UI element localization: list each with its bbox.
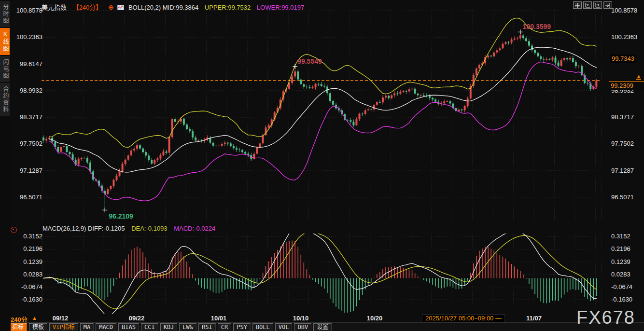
axis-fit-left-icon[interactable] xyxy=(583,1,592,9)
macd-axis-label-left: 0.1239 xyxy=(13,258,42,265)
toolbar-button[interactable]: CR xyxy=(218,323,231,331)
price-axis-label-left: 100.8578 xyxy=(13,7,42,14)
date-axis-label: 10/20 xyxy=(367,315,383,322)
price-axis-label-right: 98.3717 xyxy=(611,113,634,121)
boll-upper-label: UPPER:99.7532 xyxy=(205,4,251,11)
date-axis-label: 09/22 xyxy=(129,315,145,322)
svg-text:100.3599: 100.3599 xyxy=(523,23,551,30)
date-axis-label: 09/12 xyxy=(53,315,69,322)
chart-application: 99.5549100.359996.2109 分时图K线图闪电图合约资料 美元指… xyxy=(0,0,644,331)
add-indicator-icon[interactable]: ⊕ xyxy=(108,3,114,11)
price-axis-label-right: 97.1287 xyxy=(611,167,634,174)
macd-axis-label-right: 0.3152 xyxy=(611,233,630,240)
chart-canvas[interactable]: 99.5549100.359996.2109 xyxy=(0,0,644,331)
toolbar-button[interactable]: MA xyxy=(80,323,94,331)
macd-axis-label-right: 0.2196 xyxy=(611,245,630,252)
axis-fit-right-icon[interactable] xyxy=(593,1,602,9)
macd-macd-label: MACD:-0.0224 xyxy=(174,225,215,232)
bollinger-bands xyxy=(49,18,596,201)
price-axis-label-right: 96.5071 xyxy=(611,193,634,201)
macd-axis-label-left: 0.2196 xyxy=(13,245,42,252)
macd-axis-label-right: 0.0283 xyxy=(611,271,630,278)
chart-header: 美元指数 【240分】 ⊕ BOLL(20,2) MID:99.3864 UPP… xyxy=(42,2,308,12)
toolbar-button[interactable]: CCI xyxy=(141,323,158,331)
price-axis-label-right: 100.8578 xyxy=(611,7,637,14)
macd-axis-label-left: -0.1630 xyxy=(13,296,42,303)
toolbar-button[interactable]: 模板 xyxy=(29,323,47,331)
toolbar-button[interactable]: BIAS xyxy=(118,323,139,331)
pan-icon[interactable] xyxy=(573,1,582,9)
crosshair-date-readout: 2025/10/27 05:00~09:00 — xyxy=(422,314,505,322)
price-annotations: 99.5549100.359996.2109 xyxy=(102,23,551,220)
chart-type-sidebar: 分时图K线图闪电图合约资料 xyxy=(0,0,11,331)
price-axis-label-left: 97.7502 xyxy=(13,140,42,147)
macd-dea-label: DEA:-0.1093 xyxy=(131,225,167,232)
toolbar-button[interactable]: KDJ xyxy=(160,323,178,331)
window-toolbar xyxy=(573,1,612,9)
price-axis-label-right: 97.7502 xyxy=(611,140,634,147)
last-price-axis-readout: 99.2309 xyxy=(609,81,644,90)
macd-axis-label-left: 0.3152 xyxy=(13,233,42,240)
date-axis-label: 10/01 xyxy=(211,315,227,322)
price-axis-label-right: 100.2363 xyxy=(611,33,637,41)
macd-diff-label: MACD(26,12,9) DIFF:-0.1205 xyxy=(42,225,125,232)
time-axis: 240分 ▲ 2025/10/27 05:00~09:00 — 09/1209/… xyxy=(0,314,644,322)
toolbar-button[interactable]: PSY xyxy=(233,323,251,331)
sidebar-tab-item[interactable]: 分时图 xyxy=(0,1,10,27)
upper-band-axis-readout: 99.7343 xyxy=(610,55,636,63)
boll-lower-label: LOWER:99.0197 xyxy=(257,4,304,11)
watermark: FX678 xyxy=(576,307,635,328)
macd-axis-label-right: -0.1630 xyxy=(611,296,632,303)
svg-text:99.5549: 99.5549 xyxy=(297,57,322,65)
toolbar-button[interactable]: BOLL xyxy=(252,323,273,331)
toolbar-button[interactable]: VOL xyxy=(275,323,293,331)
macd-axis-label-right: -0.0674 xyxy=(611,283,632,290)
price-axis-label-left: 99.6147 xyxy=(13,60,42,68)
toolbar-button[interactable]: RSI xyxy=(198,323,216,331)
toolbar-button[interactable]: LW& xyxy=(179,323,196,331)
price-axis-label-left: 100.2363 xyxy=(13,33,42,41)
scroll-right-icon[interactable] xyxy=(603,1,612,9)
symbol-name: 美元指数 xyxy=(42,4,67,11)
indicator-target-icon[interactable] xyxy=(11,227,17,233)
sidebar-tab-item[interactable]: 闪电图 xyxy=(0,56,10,82)
period-label: 【240分】 xyxy=(73,4,102,11)
period-up-arrow-icon[interactable]: ▲ xyxy=(32,315,37,321)
price-up-arrow-icon: ▲ xyxy=(636,74,641,80)
boll-mid-label: BOLL(20,2) MID:99.3864 xyxy=(128,4,198,11)
macd-axis-label-right: 0.1239 xyxy=(611,258,630,265)
macd-header: MACD(26,12,9) DIFF:-0.1205 DEA:-0.1093 M… xyxy=(42,225,220,232)
toolbar-button[interactable]: OBV xyxy=(294,323,311,331)
toolbar-button[interactable]: MACD xyxy=(96,323,116,331)
sidebar-tab-item[interactable]: 合约资料 xyxy=(0,83,10,116)
macd-axis-label-left: -0.0674 xyxy=(13,283,42,290)
date-axis-label: 11/07 xyxy=(526,315,542,322)
toolbar-button[interactable]: 指标 xyxy=(9,323,27,331)
price-axis-label-left: 96.5071 xyxy=(13,193,42,201)
price-axis-label-left: 97.1287 xyxy=(13,167,42,174)
toolbar-button[interactable]: 设置 xyxy=(313,323,332,331)
price-axis-label-left: 98.9932 xyxy=(13,87,42,94)
macd-axis-label-left: 0.0283 xyxy=(13,271,42,278)
date-axis-label: 10/10 xyxy=(293,315,309,322)
mini-chart-icon[interactable] xyxy=(117,5,124,10)
indicator-toolbar: 指标模板VIP指标MAMACDBIASCCIKDJLW&RSICRPSYBOLL… xyxy=(0,322,644,331)
toolbar-button[interactable]: VIP指标 xyxy=(49,323,78,331)
price-axis-label-left: 98.3717 xyxy=(13,113,42,121)
sidebar-tab-active[interactable]: K线图 xyxy=(0,28,10,55)
svg-text:96.2109: 96.2109 xyxy=(109,212,133,220)
